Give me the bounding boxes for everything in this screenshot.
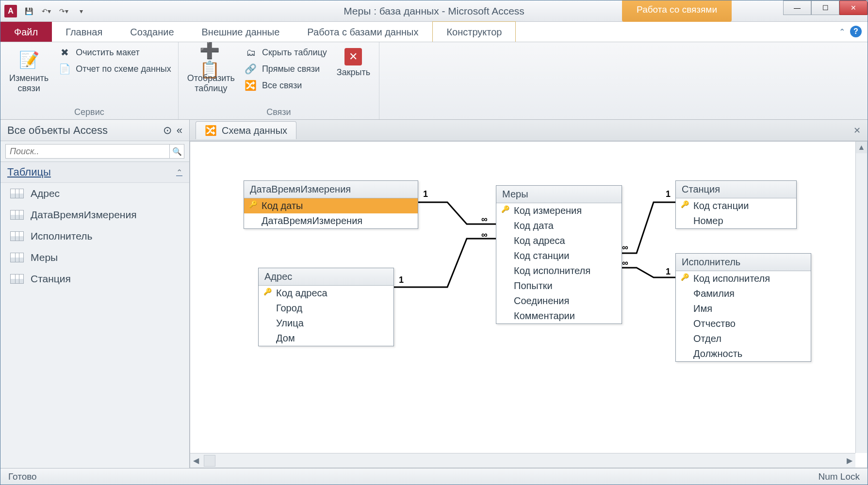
table-box-title[interactable]: Станция bbox=[676, 181, 796, 198]
close-rel-icon: ✕ bbox=[344, 48, 362, 65]
search-input[interactable] bbox=[5, 144, 170, 159]
report-icon: 📄 bbox=[58, 63, 71, 75]
nav-dropdown-icon[interactable]: ⊙ bbox=[163, 124, 172, 137]
table-field[interactable]: Город bbox=[259, 301, 393, 316]
table-field[interactable]: Номер bbox=[676, 213, 796, 228]
all-relationships-button[interactable]: 🔀 Все связи bbox=[245, 79, 327, 92]
horizontal-scrollbar[interactable]: ◀ ▶ bbox=[190, 453, 855, 468]
table-field[interactable]: Попытки bbox=[496, 278, 622, 293]
nav-item-label: Исполнитель bbox=[31, 230, 92, 242]
tab-design[interactable]: Конструктор bbox=[432, 21, 516, 42]
vertical-scrollbar[interactable]: ▲ bbox=[855, 142, 867, 453]
table-field[interactable]: Код адреса bbox=[259, 286, 393, 301]
table-box-stanciya[interactable]: Станция Код станции Номер bbox=[675, 180, 797, 229]
relationships-canvas[interactable]: 1 ∞ 1 ∞ ∞ 1 ∞ 1 ДатаВремяИзмерения Код д… bbox=[190, 141, 868, 468]
table-box-adres[interactable]: Адрес Код адреса Город Улица Дом bbox=[258, 268, 394, 346]
hide-table-label: Скрыть таблицу bbox=[262, 48, 327, 58]
table-field[interactable]: Код дата bbox=[496, 218, 622, 233]
hide-table-button[interactable]: 🗂 Скрыть таблицу bbox=[245, 46, 327, 59]
tab-home[interactable]: Главная bbox=[52, 22, 116, 42]
table-icon bbox=[10, 189, 24, 198]
direct-rel-label: Прямые связи bbox=[262, 64, 320, 74]
app-icon[interactable]: A bbox=[4, 5, 17, 17]
relationships-icon: 🔀 bbox=[205, 125, 217, 136]
table-field[interactable]: Соединения bbox=[496, 293, 622, 308]
nav-group-collapse-icon[interactable]: ⌃ bbox=[176, 168, 182, 177]
table-field[interactable]: ДатаВремяИзмерения bbox=[244, 213, 418, 228]
undo-icon[interactable]: ↶▾ bbox=[40, 5, 52, 17]
document-area: 🔀 Схема данных ✕ 1 ∞ 1 ∞ ∞ 1 ∞ bbox=[190, 120, 868, 468]
nav-item-mery[interactable]: Меры bbox=[0, 247, 189, 268]
table-field[interactable]: Фамилия bbox=[676, 286, 811, 301]
nav-item-datavremya[interactable]: ДатаВремяИзмерения bbox=[0, 204, 189, 226]
table-field[interactable]: Дом bbox=[259, 331, 393, 346]
table-box-mery[interactable]: Меры Код измерения Код дата Код адреса К… bbox=[496, 185, 622, 324]
table-box-title[interactable]: Адрес bbox=[259, 268, 393, 286]
search-button[interactable]: 🔍 bbox=[170, 144, 184, 159]
close-button[interactable]: ✕ bbox=[839, 0, 868, 15]
show-table-button[interactable]: ➕📋 Отобразить таблицу bbox=[185, 46, 237, 95]
doc-close-icon[interactable]: ✕ bbox=[853, 125, 861, 136]
table-icon bbox=[10, 210, 24, 220]
hide-table-icon: 🗂 bbox=[245, 46, 257, 59]
tab-create[interactable]: Создание bbox=[116, 22, 188, 42]
relationship-report-button[interactable]: 📄 Отчет по схеме данных bbox=[58, 63, 171, 75]
nav-item-stanciya[interactable]: Станция bbox=[0, 268, 189, 290]
nav-item-label: ДатаВремяИзмерения bbox=[31, 209, 137, 221]
rel-cardinality-one: 1 bbox=[423, 189, 428, 199]
table-box-title[interactable]: Исполнитель bbox=[676, 254, 811, 271]
scroll-up-icon[interactable]: ▲ bbox=[856, 142, 867, 153]
table-field[interactable]: Отдел bbox=[676, 331, 811, 346]
table-box-ispolnitel[interactable]: Исполнитель Код исполнителя Фамилия Имя … bbox=[675, 253, 811, 362]
table-field[interactable]: Код измерения bbox=[496, 203, 622, 218]
minimize-button[interactable]: — bbox=[783, 0, 811, 15]
table-field[interactable]: Отчество bbox=[676, 316, 811, 331]
tab-external[interactable]: Внешние данные bbox=[188, 22, 294, 42]
nav-group-tables[interactable]: Таблицы ⌃ bbox=[0, 162, 189, 183]
status-right: Num Lock bbox=[818, 471, 860, 482]
close-relationships-button[interactable]: ✕ Закрыть bbox=[335, 46, 372, 80]
table-field[interactable]: Код даты bbox=[244, 198, 418, 213]
table-field[interactable]: Код исполнителя bbox=[676, 271, 811, 286]
nav-item-ispolnitel[interactable]: Исполнитель bbox=[0, 226, 189, 247]
tab-dbtools[interactable]: Работа с базами данных bbox=[294, 22, 432, 42]
save-icon[interactable]: 💾 bbox=[23, 5, 34, 17]
tab-file[interactable]: Файл bbox=[0, 22, 52, 42]
group-label-service: Сервис bbox=[7, 107, 171, 117]
qat-customize-icon[interactable]: ▾ bbox=[75, 5, 87, 17]
scroll-corner bbox=[204, 455, 215, 467]
table-field[interactable]: Код станции bbox=[676, 198, 796, 213]
minimize-ribbon-icon[interactable]: ⌃ bbox=[839, 27, 845, 36]
app-window: A 💾 ↶▾ ↷▾ ▾ Меры : база данных - Microso… bbox=[0, 0, 868, 485]
show-table-icon: ➕📋 bbox=[199, 48, 223, 71]
nav-pane-header[interactable]: Все объекты Access ⊙ « bbox=[0, 120, 189, 141]
redo-icon[interactable]: ↷▾ bbox=[58, 5, 69, 17]
nav-item-adres[interactable]: Адрес bbox=[0, 183, 189, 204]
table-box-datavremya[interactable]: ДатаВремяИзмерения Код даты ДатаВремяИзм… bbox=[244, 180, 418, 229]
rel-cardinality-one: 1 bbox=[399, 275, 404, 285]
direct-relationships-button[interactable]: 🔗 Прямые связи bbox=[245, 63, 327, 75]
table-field[interactable]: Код адреса bbox=[496, 233, 622, 248]
rel-cardinality-many: ∞ bbox=[622, 258, 628, 268]
edit-relationships-button[interactable]: 📝 Изменить связи bbox=[7, 46, 50, 95]
table-field[interactable]: Код станции bbox=[496, 248, 622, 263]
clear-layout-button[interactable]: ✖ Очистить макет bbox=[58, 46, 171, 59]
nav-item-label: Меры bbox=[31, 252, 58, 263]
table-field[interactable]: Комментарии bbox=[496, 308, 622, 323]
rel-cardinality-many: ∞ bbox=[481, 230, 488, 240]
rel-cardinality-many: ∞ bbox=[622, 242, 628, 253]
table-field[interactable]: Улица bbox=[259, 316, 393, 331]
doc-tab-schema[interactable]: 🔀 Схема данных bbox=[196, 121, 296, 139]
scroll-right-icon[interactable]: ▶ bbox=[844, 456, 855, 465]
table-box-title[interactable]: ДатаВремяИзмерения bbox=[244, 181, 418, 198]
table-field[interactable]: Должность bbox=[676, 346, 811, 361]
scroll-left-icon[interactable]: ◀ bbox=[190, 456, 202, 465]
rel-cardinality-one: 1 bbox=[666, 189, 671, 199]
maximize-button[interactable]: ☐ bbox=[811, 0, 839, 15]
table-field[interactable]: Код исполнителя bbox=[496, 263, 622, 278]
table-box-title[interactable]: Меры bbox=[496, 186, 622, 203]
nav-collapse-icon[interactable]: « bbox=[177, 124, 182, 137]
help-icon[interactable]: ? bbox=[850, 26, 862, 37]
nav-item-label: Адрес bbox=[31, 188, 60, 199]
table-field[interactable]: Имя bbox=[676, 301, 811, 316]
